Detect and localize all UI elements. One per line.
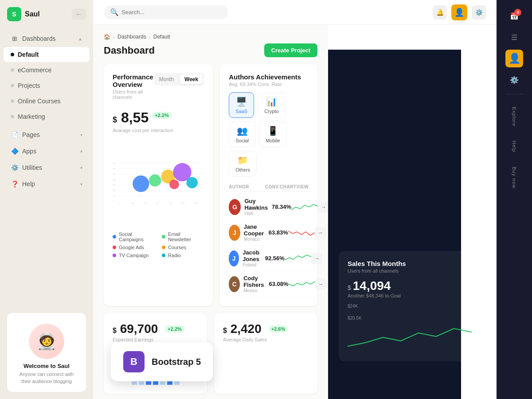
- performance-title: Performance Overview: [113, 73, 153, 88]
- utilities-icon: ⚙️: [11, 164, 19, 172]
- nav-section-dashboards: ⊞ Dashboards ▲ Default eCommerce Project…: [0, 30, 93, 125]
- search-icon: 🔍: [110, 8, 119, 16]
- sidebar-menu-icon[interactable]: ☰: [505, 28, 523, 46]
- right-panel: Sales This Months Users from all channel…: [328, 25, 497, 399]
- cat-tab-crypto[interactable]: 📊 Crypto: [258, 92, 285, 118]
- svg-text:0: 0: [113, 200, 115, 202]
- apps-icon: 🔷: [11, 147, 19, 155]
- legend-tv: TV Campaign: [113, 253, 155, 258]
- sidebar-item-online-courses[interactable]: Online Courses: [4, 94, 90, 109]
- author-info-guy: G Guy Hawkins Haiti: [229, 198, 272, 216]
- nav-dot: [11, 84, 14, 87]
- sales-month-card: Sales This Months Users from all channel…: [339, 251, 486, 361]
- chevron-icon: ▲: [78, 36, 82, 41]
- svg-text:300: 300: [156, 202, 159, 204]
- author-info-jane: J Jane Cooper Monaco: [229, 223, 269, 242]
- nav-dot: [11, 115, 14, 118]
- earnings-badge: +2.2%: [165, 325, 184, 332]
- search-box[interactable]: 🔍: [104, 5, 228, 19]
- cat-tab-others[interactable]: 📁 Others: [229, 151, 257, 176]
- welcome-card: 🧑‍🚀 Welcome to Saul Anyone can connect w…: [7, 313, 86, 392]
- avatar-jacob: J: [229, 250, 239, 266]
- breadcrumb-sep2: ›: [149, 34, 151, 40]
- sidebar-item-utilities[interactable]: ⚙️ Utilities ▾: [4, 160, 90, 176]
- social-icon: 👥: [237, 125, 248, 136]
- bootstrap-overlay: B Bootstrap 5: [111, 342, 213, 381]
- view-button-jacob[interactable]: →: [311, 253, 323, 264]
- sidebar-item-pages[interactable]: 📄 Pages ▾: [4, 127, 90, 143]
- svg-text:600: 600: [194, 202, 197, 204]
- cat-tab-social[interactable]: 👥 Social: [229, 121, 255, 147]
- explore-label[interactable]: Explore: [512, 103, 517, 130]
- sidebar-item-help[interactable]: ❓ Help ▾: [4, 176, 90, 192]
- chart-legend: Social Campaigns Email Newsletter Google…: [113, 231, 204, 258]
- metric-value: $ 8,55: [113, 110, 149, 126]
- daily-sales-card: $ 2,420 +2.6% Average Daily Sales: [214, 313, 317, 394]
- sidebar-item-marketing[interactable]: Marketing: [4, 109, 90, 124]
- notification-icon[interactable]: 🔔: [433, 5, 447, 20]
- welcome-subtitle: Anyone can connect with their audience b…: [14, 371, 79, 385]
- view-button-cody[interactable]: →: [315, 278, 327, 290]
- sidebar-item-default[interactable]: Default: [4, 47, 90, 62]
- category-tabs: 🖥️ SaaS 📊 Crypto 👥 Social: [229, 92, 309, 176]
- month-toggle[interactable]: Month: [155, 74, 178, 84]
- legend-dot-courses: [162, 246, 165, 249]
- help-icon: ❓: [11, 180, 19, 188]
- create-project-button[interactable]: Create Project: [264, 43, 317, 57]
- legend-social: Social Campaigns: [113, 231, 155, 242]
- bootstrap-label: Bootstrap 5: [152, 357, 201, 367]
- sidebar-calendar-icon[interactable]: 📅 3: [505, 7, 523, 25]
- content-wrapper: 🏠 › Dashboards › Default Dashboard Creat…: [93, 25, 497, 399]
- page-title: Dashboard: [104, 45, 155, 56]
- main-area: 🔍 🔔 👤 ⚙️ 🏠 › Dashboards › Default: [93, 0, 497, 399]
- avatar-guy: G: [229, 199, 241, 215]
- user-avatar[interactable]: 👤: [451, 4, 467, 20]
- author-info-cody: C Cody Fishers Mexico: [229, 275, 269, 293]
- mini-chart-jane: [288, 227, 315, 238]
- mini-chart-guy: [291, 202, 318, 212]
- table-row: J Jane Cooper Monaco 63.83%: [229, 220, 309, 246]
- sidebar-item-ecommerce[interactable]: eCommerce: [4, 63, 90, 78]
- authors-card: Authors Achievements Avg. 69.34% Conv. R…: [220, 64, 317, 306]
- pages-icon: 📄: [11, 131, 19, 139]
- mini-chart-jacob: [285, 253, 311, 264]
- authors-subtitle: Avg. 69.34% Conv. Rate: [229, 82, 309, 87]
- sidebar-item-dashboards[interactable]: ⊞ Dashboards ▲: [4, 31, 90, 47]
- bootstrap-icon: B: [123, 351, 145, 372]
- help-label[interactable]: Help: [512, 137, 517, 156]
- nav-dot: [11, 99, 14, 103]
- sidebar-settings-icon[interactable]: ⚙️: [505, 71, 523, 89]
- svg-text:700: 700: [113, 162, 116, 164]
- view-button-guy[interactable]: →: [318, 201, 328, 213]
- bubble-chart: 700 600 500 400 300 200 100 0 0 100: [113, 138, 204, 227]
- crypto-icon: 📊: [266, 96, 277, 107]
- mini-chart-cody: [289, 279, 315, 289]
- cat-tab-mobile[interactable]: 📱 Mobile: [259, 121, 286, 147]
- sidebar-profile-icon[interactable]: 👤: [505, 50, 523, 67]
- cat-tab-saas[interactable]: 🖥️ SaaS: [229, 92, 254, 118]
- metric-badge: +2.2%: [152, 112, 172, 119]
- breadcrumb-home[interactable]: 🏠: [104, 34, 110, 40]
- week-toggle[interactable]: Week: [180, 74, 203, 84]
- grid-icon[interactable]: ⚙️: [472, 5, 486, 20]
- dashboard-icon: ⊞: [11, 35, 19, 43]
- sidebar-item-apps[interactable]: 🔷 Apps ▾: [4, 143, 90, 159]
- svg-text:100: 100: [132, 202, 135, 204]
- app-logo: S: [7, 7, 21, 21]
- sidebar-item-projects[interactable]: Projects: [4, 78, 90, 93]
- breadcrumb-dashboards[interactable]: Dashboards: [117, 34, 146, 40]
- buy-now-label[interactable]: Buy now: [512, 163, 517, 192]
- back-icon[interactable]: ←: [72, 8, 86, 20]
- view-button-jane[interactable]: →: [315, 227, 326, 239]
- others-icon: 📁: [237, 155, 248, 165]
- sales-goal: Another $48,346 to Goal: [348, 293, 477, 298]
- svg-point-26: [169, 180, 179, 189]
- authors-table: AUTHOR CONV. CHART VIEW G Guy Ha: [229, 183, 309, 297]
- daily-label: Average Daily Sales: [223, 337, 309, 342]
- search-input[interactable]: [121, 9, 222, 16]
- active-dot: [11, 53, 14, 56]
- svg-text:200: 200: [144, 202, 147, 204]
- y-label-205k: $20.5K: [348, 316, 477, 321]
- avatar-cody: C: [229, 276, 240, 292]
- legend-courses: Courses: [162, 245, 204, 250]
